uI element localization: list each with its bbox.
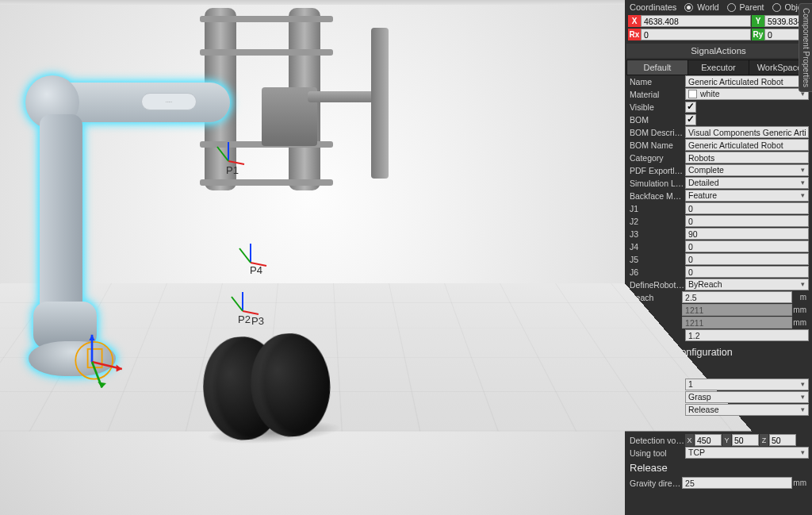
bom-name-input[interactable]: [685, 139, 809, 151]
point-label-p2: P2: [238, 313, 251, 325]
detection-x-input[interactable]: [695, 434, 722, 446]
backface-mode-select[interactable]: Feature: [685, 190, 809, 202]
tab-default[interactable]: Default: [627, 60, 688, 75]
scale-input[interactable]: [685, 329, 809, 341]
visible-checkbox[interactable]: [685, 102, 696, 113]
point-label-p4: P4: [250, 264, 262, 276]
coordinates-rxyz: Rx Ry Rz: [625, 28, 812, 41]
x-input[interactable]: [641, 15, 751, 27]
l3-input: [682, 317, 792, 329]
svg-marker-5: [89, 335, 94, 340]
svg-point-0: [75, 342, 113, 379]
j6-input[interactable]: [685, 266, 809, 278]
define-robot-size-select[interactable]: ByReach: [685, 279, 809, 290]
panel-side-tab[interactable]: Component Properties: [799, 3, 812, 92]
3d-viewport[interactable]: ····· P1 P4 P2 P3: [0, 0, 625, 515]
point-label-p1: P1: [226, 164, 239, 176]
svg-line-13: [239, 248, 251, 263]
x-label: X: [628, 15, 641, 27]
radio-world[interactable]: World: [684, 2, 718, 12]
svg-marker-7: [98, 382, 106, 387]
radio-parent[interactable]: Parent: [727, 2, 764, 12]
j1-input[interactable]: [685, 202, 809, 214]
tabs: Default Executor WorkSpace: [626, 60, 810, 75]
category-input[interactable]: [685, 152, 809, 163]
ontrue-select[interactable]: Grasp: [685, 391, 809, 403]
j3-input[interactable]: [685, 228, 809, 240]
material-select[interactable]: white: [685, 88, 809, 100]
detection-y-input[interactable]: [732, 434, 759, 446]
coordinates-label: Coordinates: [630, 2, 676, 12]
point-label-p3: P3: [251, 315, 264, 327]
rx-input[interactable]: [641, 29, 751, 40]
simulation-level-select[interactable]: Detailed: [685, 177, 809, 189]
properties-panel: Coordinates World Parent Object X Y Z Rx…: [625, 0, 812, 515]
rx-label: Rx: [628, 29, 641, 40]
origin-gizmo[interactable]: [63, 333, 135, 405]
ry-label: Ry: [752, 29, 764, 40]
coordinates-header: Coordinates World Parent Object: [625, 0, 812, 14]
tab-executor[interactable]: Executor: [688, 60, 749, 75]
l2-input: [682, 304, 792, 316]
pdf-exportlevel-select[interactable]: Complete: [685, 164, 809, 176]
output-select[interactable]: 1: [685, 379, 809, 390]
bom-description-input[interactable]: [685, 126, 809, 138]
detection-z-input[interactable]: [769, 434, 796, 446]
coordinates-xyz: X Y Z: [625, 14, 812, 28]
j5-input[interactable]: [685, 253, 809, 265]
release-header: Release: [625, 459, 812, 477]
using-tool-select[interactable]: TCP: [685, 447, 809, 459]
reach-input[interactable]: [682, 291, 792, 303]
j2-input[interactable]: [685, 215, 809, 227]
onfalse-select[interactable]: Release: [685, 404, 809, 416]
gravity-direction-input[interactable]: [682, 477, 792, 489]
j4-input[interactable]: [685, 240, 809, 252]
robot-nameplate: ·····: [141, 93, 197, 110]
name-input[interactable]: [685, 75, 809, 87]
bom-checkbox[interactable]: [685, 114, 696, 125]
y-label: Y: [752, 15, 764, 27]
section-signalactions: SignalActions: [626, 44, 810, 58]
